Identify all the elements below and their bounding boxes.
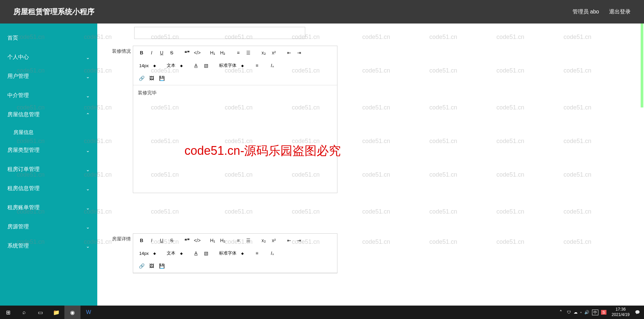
- chevron-down-icon: ⌄: [86, 74, 90, 79]
- strike-icon[interactable]: S: [167, 236, 176, 244]
- bgcolor-icon[interactable]: ▧: [202, 249, 210, 257]
- richtext-editor-2: B I U S ❝❞ </> H₁ H₂ ≡ ☰ x₂ x²: [133, 233, 337, 273]
- h2-icon[interactable]: H₂: [218, 49, 227, 57]
- image-icon[interactable]: 🖼: [147, 262, 156, 270]
- search-icon[interactable]: ⌕: [16, 306, 32, 319]
- italic-icon[interactable]: I: [147, 49, 156, 57]
- logout-link[interactable]: 退出登录: [609, 8, 631, 15]
- chevron-down-icon: ⌄: [86, 224, 90, 230]
- sidebar-item-label: 用户管理: [7, 73, 29, 80]
- label-decoration: 装修情况: [107, 46, 131, 54]
- chevron-down-icon: ⌄: [86, 186, 90, 191]
- quote-icon[interactable]: ❝❞: [183, 236, 192, 244]
- user-label[interactable]: 管理员 abo: [573, 8, 599, 15]
- h1-icon[interactable]: H₁: [208, 49, 217, 57]
- sidebar-item-agent-mgmt[interactable]: 中介管理 ⌄: [0, 86, 97, 105]
- ordered-list-icon[interactable]: ≡: [234, 236, 243, 244]
- link-icon[interactable]: 🔗: [137, 262, 146, 270]
- sidebar-item-house-info-mgmt[interactable]: 房屋信息管理 ⌃: [0, 105, 97, 124]
- taskbar-right: ˄ 🛡 ☁ ▫ 🔊 中 S 17:36 2021/4/19 💬: [557, 306, 644, 319]
- sidebar-item-listing-mgmt[interactable]: 房源管理 ⌄: [0, 217, 97, 236]
- sidebar-item-home[interactable]: 首页: [0, 29, 97, 48]
- sidebar-item-rent-order-mgmt[interactable]: 租房订单管理 ⌄: [0, 160, 97, 179]
- sidebar-item-label: 个人中心: [7, 54, 29, 61]
- chevron-down-icon: ⌄: [86, 167, 90, 172]
- outdent-icon[interactable]: ⇥: [295, 49, 304, 57]
- fontcolor-icon[interactable]: A: [192, 249, 200, 257]
- clock[interactable]: 17:36 2021/4/19: [609, 307, 632, 317]
- sidebar-item-label: 房屋信息管理: [7, 111, 40, 118]
- fontsize-select[interactable]: 14px◆: [137, 251, 158, 256]
- explorer-icon[interactable]: 📁: [48, 306, 64, 319]
- texttype-select[interactable]: 文本◆: [165, 250, 185, 256]
- tray-icon[interactable]: 🛡: [567, 310, 571, 315]
- chrome-icon[interactable]: ◉: [64, 306, 80, 319]
- subscript-icon[interactable]: x₂: [259, 49, 268, 57]
- indent-icon[interactable]: ⇤: [285, 49, 293, 57]
- ime-indicator[interactable]: 中: [592, 310, 598, 315]
- link-icon[interactable]: 🔗: [137, 74, 146, 82]
- editor-content-1[interactable]: 装修完毕: [133, 85, 337, 193]
- image-icon[interactable]: 🖼: [147, 74, 156, 82]
- sidebar-item-user-mgmt[interactable]: 用户管理 ⌄: [0, 67, 97, 86]
- richtext-editor-1: B I U S ❝❞ </> H₁ H₂ ≡ ☰ x₂ x²: [133, 46, 337, 193]
- taskview-icon[interactable]: ▭: [32, 306, 48, 319]
- sidebar-item-label: 房屋类型管理: [7, 147, 40, 154]
- tray-up-icon[interactable]: ˄: [557, 306, 564, 319]
- subscript-icon[interactable]: x₂: [259, 236, 268, 244]
- align-icon[interactable]: ≡: [253, 249, 261, 257]
- sidebar-item-label: 首页: [7, 35, 18, 42]
- bold-icon[interactable]: B: [137, 236, 146, 244]
- underline-icon[interactable]: U: [157, 49, 166, 57]
- fontsize-select[interactable]: 14px◆: [137, 63, 158, 68]
- app-title: 房屋租赁管理系统小程序: [13, 7, 95, 17]
- tray-icon[interactable]: ☁: [574, 310, 578, 315]
- fontcolor-icon[interactable]: A: [192, 61, 200, 70]
- save-icon[interactable]: 💾: [157, 74, 166, 82]
- sidebar-item-system-mgmt[interactable]: 系统管理 ⌄: [0, 236, 97, 256]
- outdent-icon[interactable]: ⇥: [295, 236, 304, 244]
- indent-icon[interactable]: ⇤: [285, 236, 293, 244]
- save-icon[interactable]: 💾: [157, 262, 166, 270]
- fontfamily-select[interactable]: 标准字体◆: [217, 250, 246, 256]
- bgcolor-icon[interactable]: ▧: [202, 61, 210, 70]
- chevron-down-icon: ⌄: [86, 148, 90, 153]
- sidebar-item-house-type-mgmt[interactable]: 房屋类型管理 ⌄: [0, 141, 97, 160]
- fontfamily-select[interactable]: 标准字体◆: [217, 62, 246, 69]
- main-area: 首页 个人中心 ⌄ 用户管理 ⌄ 中介管理 ⌄ 房屋信息管理 ⌃ 房屋信息 房屋…: [0, 24, 644, 306]
- editor-toolbar-1: B I U S ❝❞ </> H₁ H₂ ≡ ☰ x₂ x²: [133, 46, 337, 85]
- volume-icon[interactable]: 🔊: [584, 310, 589, 315]
- code-icon[interactable]: </>: [193, 49, 202, 57]
- sidebar-item-rent-info-mgmt[interactable]: 租房信息管理 ⌄: [0, 179, 97, 198]
- battery-icon[interactable]: ▫: [580, 310, 582, 315]
- superscript-icon[interactable]: x²: [269, 49, 278, 57]
- sidebar-item-rent-bill-mgmt[interactable]: 租房账单管理 ⌄: [0, 198, 97, 217]
- time-text: 17:36: [612, 307, 630, 312]
- sidebar-item-profile[interactable]: 个人中心 ⌄: [0, 48, 97, 67]
- h2-icon[interactable]: H₂: [218, 236, 227, 244]
- unordered-list-icon[interactable]: ☰: [244, 236, 253, 244]
- prev-input[interactable]: [134, 27, 305, 39]
- strike-icon[interactable]: S: [167, 49, 176, 57]
- sogou-icon[interactable]: S: [601, 310, 606, 315]
- ordered-list-icon[interactable]: ≡: [234, 49, 243, 57]
- clear-format-icon[interactable]: Iₓ: [268, 249, 277, 257]
- superscript-icon[interactable]: x²: [269, 236, 278, 244]
- code-icon[interactable]: </>: [193, 236, 202, 244]
- quote-icon[interactable]: ❝❞: [183, 49, 192, 57]
- h1-icon[interactable]: H₁: [208, 236, 217, 244]
- sidebar-subitem-house-info[interactable]: 房屋信息: [0, 124, 97, 141]
- underline-icon[interactable]: U: [157, 236, 166, 244]
- italic-icon[interactable]: I: [147, 236, 156, 244]
- form-row-detail: 房屋详情 B I U S ❝❞ </> H₁ H₂ ≡ ☰: [107, 233, 634, 273]
- start-icon[interactable]: ⊞: [0, 306, 16, 319]
- scrollbar[interactable]: [641, 24, 643, 107]
- chevron-down-icon: ⌄: [86, 93, 90, 98]
- bold-icon[interactable]: B: [137, 49, 146, 57]
- unordered-list-icon[interactable]: ☰: [244, 49, 253, 57]
- align-icon[interactable]: ≡: [253, 61, 261, 70]
- notification-icon[interactable]: 💬: [635, 310, 640, 315]
- word-icon[interactable]: W: [80, 306, 97, 319]
- clear-format-icon[interactable]: Iₓ: [268, 61, 277, 70]
- texttype-select[interactable]: 文本◆: [165, 62, 185, 69]
